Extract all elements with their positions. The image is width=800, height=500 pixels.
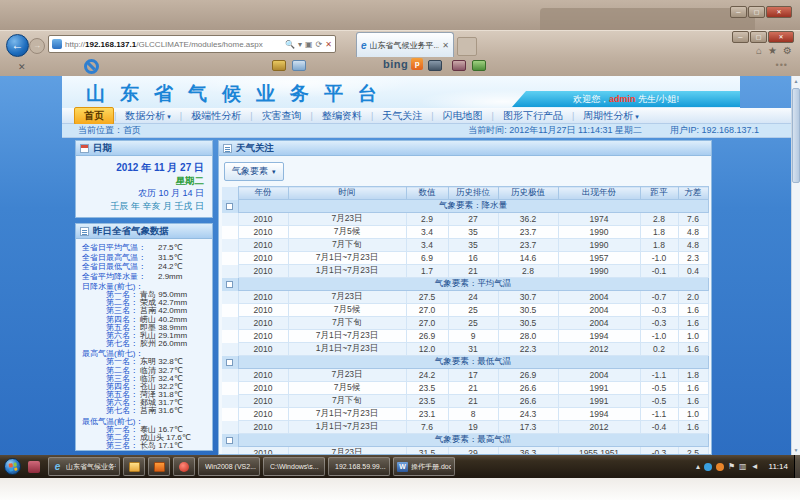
rank-row: 第七名：胶州 26.0mm	[82, 340, 208, 348]
header-gutter	[222, 187, 238, 200]
start-button[interactable]	[4, 458, 21, 475]
calendar-ganzhi: 壬辰 年 辛亥 月 壬戌 日	[80, 200, 204, 213]
table-cell: 6.9	[406, 252, 448, 265]
dropdown-arrow-icon[interactable]: ▾	[298, 40, 302, 49]
chevron-down-icon: ▾	[272, 168, 276, 176]
row-gutter	[222, 343, 238, 356]
stat-row: 全省日最低气温：24.2℃	[82, 262, 208, 272]
section-gutter	[222, 434, 238, 447]
tab-close-icon[interactable]: ✕	[442, 41, 449, 50]
network-icon[interactable]: ▥	[739, 462, 747, 471]
table-cell: 2010	[238, 421, 288, 434]
section-checkbox[interactable]	[226, 203, 233, 210]
table-cell: 23.7	[498, 226, 558, 239]
section-checkbox[interactable]	[226, 281, 233, 288]
table-cell: 31.5	[406, 447, 448, 456]
bing-logo[interactable]: bing p	[383, 58, 423, 70]
nav-item-5[interactable]: 整编资料	[313, 108, 371, 124]
taskbar-task-3[interactable]	[148, 457, 170, 476]
welcome-banner: 欢迎您，admin 先生/小姐!	[512, 91, 740, 107]
new-tab-button[interactable]	[457, 37, 477, 56]
table-cell: -1.0	[640, 252, 678, 265]
action-center-flag-icon[interactable]: ⚑	[728, 462, 735, 471]
taskbar-task-1[interactable]: e山东省气候业务平...	[48, 457, 120, 476]
toolbar-icon-4[interactable]	[452, 60, 466, 71]
table-cell: -1.1	[640, 369, 678, 382]
nav-item-1[interactable]: 首页	[74, 107, 114, 125]
table-cell: 1990	[558, 239, 640, 252]
favorites-star-icon[interactable]: ★	[768, 45, 777, 56]
section-title: 气象要素：最低气温	[238, 356, 708, 369]
taskbar-clock[interactable]: 11:14	[769, 462, 788, 471]
taskbar-task-6[interactable]: C:\Windows\s...	[263, 457, 325, 476]
nav-item-4[interactable]: 灾害查询	[253, 108, 311, 124]
taskbar-task-5[interactable]: Win2008 (VS2...	[198, 457, 260, 476]
scroll-up-icon[interactable]: ▲	[792, 76, 800, 86]
home-icon[interactable]: ⌂	[756, 45, 762, 56]
gear-icon[interactable]: ⚙	[783, 45, 792, 56]
tray-expand-icon[interactable]: ▴	[696, 462, 700, 471]
browser-minimize-icon[interactable]: ─	[732, 31, 749, 43]
browser-tab[interactable]: e 山东省气候业务平... ✕	[356, 32, 454, 57]
table-cell: 30.5	[498, 304, 558, 317]
table-row: 20107月1日~7月23日23.1824.31994-1.11.0	[222, 408, 708, 421]
nav-item-9[interactable]: 周期性分析▾	[574, 108, 648, 124]
address-bar[interactable]: http://192.168.137.1/GLCCLIMATE/modules/…	[48, 35, 336, 53]
stop-icon[interactable]: ✕	[325, 40, 332, 49]
tray-app-icon-orange[interactable]	[716, 463, 724, 471]
nav-item-3[interactable]: 极端性分析	[182, 108, 250, 124]
toolbar-icon-1[interactable]	[272, 60, 286, 71]
table-cell: 2.5	[678, 447, 708, 456]
browser-close-icon[interactable]: ✕	[768, 31, 794, 43]
table-header: 年份时间数值历史排位历史极值出现年份距平方差	[222, 187, 708, 200]
toolbar-icon-2[interactable]	[292, 60, 306, 71]
pinned-app-icon[interactable]	[28, 461, 40, 473]
forward-button[interactable]: →	[29, 38, 45, 54]
table-cell: 26.9	[498, 369, 558, 382]
scrollbar-thumb[interactable]	[792, 88, 800, 183]
scroll-down-icon[interactable]: ▼	[792, 445, 800, 455]
table-cell: 2010	[238, 252, 288, 265]
back-button[interactable]: ←	[6, 34, 29, 57]
taskbar-task-7[interactable]: 192.168.59.99...	[328, 457, 390, 476]
nav-item-2[interactable]: 数据分析▾	[116, 108, 180, 124]
compat-icon[interactable]: ▣	[305, 40, 313, 49]
url-text: http://192.168.137.1/GLCCLIMATE/modules/…	[65, 40, 282, 49]
toolbar-close-icon[interactable]: ✕	[18, 62, 26, 72]
browser-maximize-icon[interactable]: ▢	[750, 31, 767, 43]
table-cell: 36.2	[498, 213, 558, 226]
show-desktop-button[interactable]	[794, 455, 800, 478]
toolbar-icon-3[interactable]	[428, 60, 442, 71]
table-cell: 21	[448, 395, 498, 408]
scrollbar[interactable]: ▲ ▼	[791, 76, 800, 455]
nav-item-6[interactable]: 天气关注	[373, 108, 431, 124]
table-cell: 2012	[558, 421, 640, 434]
table-row: 20107月5候27.02530.52004-0.31.6	[222, 304, 708, 317]
table-cell: 2.3	[678, 252, 708, 265]
toolbar-icon-5[interactable]	[472, 60, 486, 71]
nav-item-7[interactable]: 闪电地图	[434, 108, 492, 124]
stat-value: 27.5℃	[158, 243, 183, 253]
taskbar-task-4[interactable]	[173, 457, 195, 476]
nav-item-8[interactable]: 图形下行产品	[494, 108, 572, 124]
search-icon[interactable]: 🔍	[285, 40, 295, 49]
refresh-icon[interactable]: ⟳	[316, 40, 323, 49]
volume-icon[interactable]: ◄	[751, 462, 759, 471]
minimize-icon[interactable]: ─	[730, 6, 747, 18]
table-cell: 1991	[558, 395, 640, 408]
taskbar-task-2[interactable]	[123, 457, 145, 476]
table-cell: 1.6	[678, 421, 708, 434]
table-cell: 1990	[558, 265, 640, 278]
taskbar-task-8[interactable]: W操作手册.docx ...	[393, 457, 455, 476]
maximize-icon[interactable]: ▢	[748, 6, 765, 18]
tray-app-icon-blue[interactable]	[704, 463, 712, 471]
table-cell: 23.5	[406, 395, 448, 408]
toolbar-overflow-icon[interactable]: •••	[776, 60, 788, 70]
element-filter-button[interactable]: 气象要素 ▾	[224, 162, 284, 181]
table-cell: 2.8	[640, 213, 678, 226]
section-checkbox[interactable]	[226, 437, 233, 444]
table-cell: 2010	[238, 330, 288, 343]
close-icon[interactable]: ✕	[766, 6, 792, 18]
section-checkbox[interactable]	[226, 359, 233, 366]
table-cell: 2.0	[678, 291, 708, 304]
